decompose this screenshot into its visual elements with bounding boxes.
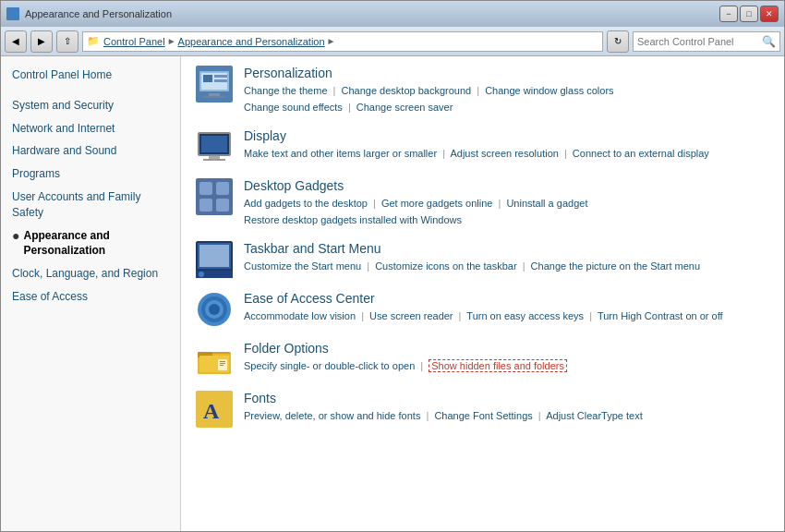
- svg-rect-6: [209, 93, 220, 96]
- minimize-button[interactable]: −: [719, 6, 738, 22]
- svg-rect-15: [216, 182, 229, 195]
- sidebar-divider: [1, 87, 180, 94]
- sidebar-item-home[interactable]: Control Panel Home: [1, 64, 180, 87]
- sidebar-item-ease-access[interactable]: Ease of Access: [1, 285, 180, 308]
- search-box[interactable]: 🔍: [633, 31, 780, 52]
- taskbar-links: Customize the Start menu | Customize ico…: [244, 259, 769, 275]
- specify-click-link[interactable]: Specify single- or double-click to open: [244, 360, 415, 371]
- svg-point-22: [199, 272, 204, 277]
- sidebar-item-appearance[interactable]: ● Appearance and Personalization: [1, 224, 180, 263]
- address-field[interactable]: 📁 Control Panel ► Appearance and Persona…: [82, 31, 603, 52]
- svg-rect-11: [209, 156, 220, 159]
- sep2: |: [477, 85, 479, 96]
- gadgets-icon: [196, 178, 233, 215]
- breadcrumb-current: Appearance and Personalization: [178, 36, 325, 47]
- sep4: |: [442, 148, 445, 159]
- change-sound-link[interactable]: Change sound effects: [244, 102, 343, 113]
- window-icon: [6, 7, 19, 20]
- personalization-text: Personalization Change the theme | Chang…: [244, 66, 769, 115]
- sidebar-item-programs[interactable]: Programs: [1, 163, 180, 186]
- svg-point-26: [209, 304, 220, 315]
- search-icon[interactable]: 🔍: [762, 35, 776, 48]
- maximize-button[interactable]: □: [740, 6, 758, 22]
- ease-icon: [196, 291, 233, 328]
- ease-title[interactable]: Ease of Access Center: [244, 291, 769, 306]
- use-screen-reader-link[interactable]: Use screen reader: [369, 310, 453, 321]
- change-glass-colors-link[interactable]: Change window glass colors: [485, 85, 613, 96]
- refresh-button[interactable]: ↻: [607, 30, 629, 53]
- uninstall-gadget-link[interactable]: Uninstall a gadget: [506, 198, 587, 209]
- sidebar: Control Panel Home System and Security N…: [1, 56, 181, 531]
- restore-gadgets-link[interactable]: Restore desktop gadgets installed with W…: [244, 214, 462, 225]
- breadcrumb-control-panel: Control Panel: [103, 36, 165, 47]
- sep12: |: [589, 310, 592, 321]
- customize-start-menu-link[interactable]: Customize the Start menu: [244, 260, 361, 272]
- forward-button[interactable]: ▶: [30, 30, 53, 53]
- up-button[interactable]: ⇧: [56, 30, 78, 53]
- svg-rect-12: [203, 159, 225, 161]
- sidebar-item-system-security[interactable]: System and Security: [1, 94, 180, 117]
- sidebar-item-clock[interactable]: Clock, Language, and Region: [1, 262, 180, 285]
- change-desktop-bg-link[interactable]: Change desktop background: [342, 85, 472, 96]
- sidebar-item-user-accounts[interactable]: User Accounts and Family Safety: [1, 186, 180, 224]
- svg-rect-20: [199, 245, 229, 267]
- title-bar-left: Appearance and Personalization: [6, 7, 172, 20]
- search-input[interactable]: [637, 36, 760, 47]
- personalization-title[interactable]: Personalization: [244, 66, 769, 80]
- folder-options-text: Folder Options Specify single- or double…: [244, 341, 769, 375]
- turn-on-easy-access-keys-link[interactable]: Turn on easy access keys: [466, 310, 584, 321]
- accommodate-low-vision-link[interactable]: Accommodate low vision: [244, 310, 356, 321]
- preview-delete-fonts-link[interactable]: Preview, delete, or show and hide fonts: [244, 410, 420, 421]
- fonts-text: Fonts Preview, delete, or show and hide …: [244, 391, 769, 425]
- content-panel: Personalization Change the theme | Chang…: [181, 56, 784, 531]
- connect-external-display-link[interactable]: Connect to an external display: [573, 148, 709, 159]
- gadgets-title[interactable]: Desktop Gadgets: [244, 178, 769, 193]
- display-title[interactable]: Display: [244, 128, 769, 143]
- change-theme-link[interactable]: Change the theme: [244, 85, 328, 96]
- sep7: |: [498, 198, 501, 209]
- sidebar-item-appearance-label: Appearance and Personalization: [23, 228, 169, 260]
- title-bar-buttons: − □ ✕: [719, 6, 779, 22]
- control-panel-window: Appearance and Personalization − □ ✕ ◀ ▶…: [0, 0, 785, 532]
- taskbar-title[interactable]: Taskbar and Start Menu: [244, 241, 769, 256]
- adjust-cleartype-link[interactable]: Adjust ClearType text: [546, 410, 643, 421]
- change-font-settings-link[interactable]: Change Font Settings: [434, 410, 532, 421]
- sidebar-item-hardware-sound[interactable]: Hardware and Sound: [1, 139, 180, 163]
- adjust-resolution-link[interactable]: Adjust screen resolution: [450, 148, 558, 159]
- add-gadgets-link[interactable]: Add gadgets to the desktop: [244, 198, 368, 209]
- personalization-links: Change the theme | Change desktop backgr…: [244, 83, 769, 115]
- svg-rect-32: [220, 361, 225, 362]
- section-display: Display Make text and other items larger…: [196, 128, 769, 165]
- sidebar-item-network-internet[interactable]: Network and Internet: [1, 117, 180, 140]
- display-icon: [196, 128, 233, 165]
- fonts-icon: A: [196, 391, 233, 428]
- change-screensaver-link[interactable]: Change screen saver: [356, 102, 453, 113]
- fonts-title[interactable]: Fonts: [244, 391, 769, 405]
- folder-options-links: Specify single- or double-click to open …: [244, 358, 769, 375]
- get-gadgets-online-link[interactable]: Get more gadgets online: [381, 198, 492, 209]
- section-folder-options: Folder Options Specify single- or double…: [196, 341, 769, 378]
- sep10: |: [361, 310, 364, 321]
- section-taskbar: Taskbar and Start Menu Customize the Sta…: [196, 241, 769, 278]
- sep11: |: [459, 310, 462, 321]
- customize-taskbar-icons-link[interactable]: Customize icons on the taskbar: [375, 260, 516, 272]
- breadcrumb-sep-1: ►: [167, 36, 176, 46]
- make-text-larger-link[interactable]: Make text and other items larger or smal…: [244, 148, 437, 159]
- svg-rect-4: [214, 75, 227, 78]
- show-hidden-files-link[interactable]: Show hidden files and folders: [429, 359, 567, 372]
- folder-options-icon: [196, 341, 233, 378]
- folder-options-title[interactable]: Folder Options: [244, 341, 769, 356]
- back-button[interactable]: ◀: [5, 30, 27, 53]
- taskbar-text: Taskbar and Start Menu Customize the Sta…: [244, 241, 769, 275]
- breadcrumb: 📁 Control Panel ► Appearance and Persona…: [87, 35, 335, 47]
- high-contrast-link[interactable]: Turn High Contrast on or off: [598, 310, 723, 321]
- sep13: |: [420, 360, 423, 371]
- svg-rect-3: [203, 75, 212, 82]
- svg-rect-7: [203, 96, 225, 98]
- sep5: |: [564, 148, 567, 159]
- svg-rect-16: [199, 199, 212, 212]
- close-button[interactable]: ✕: [760, 6, 779, 22]
- sep3: |: [348, 102, 351, 113]
- personalization-icon: [196, 66, 233, 103]
- change-start-picture-link[interactable]: Change the picture on the Start menu: [531, 260, 700, 272]
